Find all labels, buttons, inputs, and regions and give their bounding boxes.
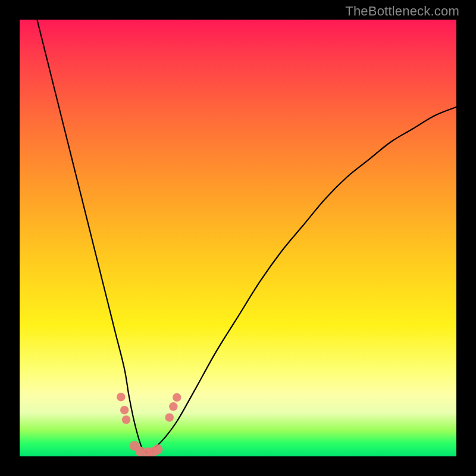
data-marker — [117, 393, 125, 401]
data-marker — [122, 415, 130, 424]
data-marker — [169, 402, 177, 411]
data-marker — [173, 393, 181, 402]
data-marker — [120, 406, 129, 414]
bottleneck-curve — [37, 20, 456, 453]
data-markers — [117, 393, 181, 456]
watermark-text: TheBottleneck.com — [345, 4, 459, 19]
data-marker — [165, 413, 174, 421]
chart-frame: TheBottleneck.com — [0, 0, 476, 476]
data-marker — [153, 444, 163, 455]
curve-svg — [20, 20, 456, 456]
plot-area — [20, 20, 456, 456]
